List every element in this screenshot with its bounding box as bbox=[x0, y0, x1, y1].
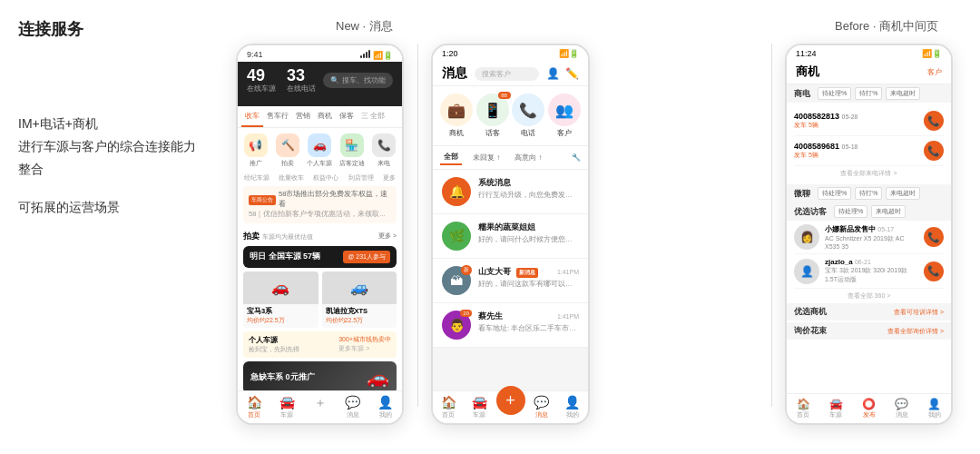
price-table-link[interactable]: 查看全部询价详情 > bbox=[887, 327, 944, 336]
auction-banner-title: 明日 全国车源 57辆 bbox=[250, 251, 320, 262]
promo-banner[interactable]: 急缺车系 0元推广 🚗 bbox=[243, 361, 397, 394]
shangji-icon: 💼 bbox=[440, 94, 473, 126]
vip2-call-btn[interactable]: 📞 bbox=[924, 262, 944, 281]
stat-online-num: 49 bbox=[247, 67, 276, 84]
veggie-content: 糯果的蔬菜姐姐 好的，请问什么时候方便您这看车呢？ bbox=[478, 222, 579, 244]
phone-item-1[interactable]: 4008582813 05-28 发车 5辆 📞 bbox=[794, 106, 944, 136]
vip-item-2[interactable]: 👤 zjazlo_a 06-21 宝车 3款 2019款 320i 2019款 … bbox=[794, 254, 944, 289]
phone3-time: 11:24 bbox=[796, 49, 817, 58]
mountain-badge: 新 bbox=[461, 265, 472, 275]
call-btn-2[interactable]: 📞 bbox=[924, 141, 944, 161]
divider-2 bbox=[771, 44, 772, 407]
mqa-shangji[interactable]: 💼 商机 bbox=[440, 94, 473, 138]
tab-call[interactable]: 待打% bbox=[855, 87, 882, 100]
filter-icon[interactable]: 🔧 bbox=[572, 153, 581, 162]
phone3: 11:24 📶🔋 商机 客户 商电 待处理% 待打% 来电超时 40085828… bbox=[785, 44, 953, 425]
cai-content: 蔡先生 1:41PM 看车地址: 丰台区乐二手车市场A区4楼02... bbox=[478, 311, 579, 333]
vip-biz-link[interactable]: 查看可培训详情 > bbox=[894, 308, 944, 317]
desc-line1: IM+电话+商机 bbox=[18, 113, 200, 135]
msg-list: 🔔 系统消息 行行互动升级，向您免费发车源啦… 🌿 糯果的蔬菜姐姐 好的，请问什… bbox=[433, 170, 588, 348]
phone3-header-link[interactable]: 客户 bbox=[927, 67, 942, 77]
message3-icon: 💬 bbox=[895, 398, 908, 410]
system-avatar: 🔔 bbox=[442, 177, 471, 206]
msg-item-veggie[interactable]: 🌿 糯果的蔬菜姐姐 好的，请问什么时候方便您这看车呢？ bbox=[433, 214, 588, 259]
mft-highintent[interactable]: 高意向 ↑ bbox=[511, 151, 545, 164]
phone3-bottom-tabs: 🏠 首页 🚘 车源 ⭕ 发布 💬 消息 👤 我的 bbox=[787, 393, 951, 423]
car-card-bmw[interactable]: 🚗 宝马3系 均价约22.5万 bbox=[243, 271, 318, 328]
mqa-huake[interactable]: 📱 88 话客 bbox=[476, 94, 509, 138]
message-icon: 💬 bbox=[345, 395, 360, 410]
p3btab-profile[interactable]: 👤 我的 bbox=[918, 398, 951, 419]
nav-tab-shouju[interactable]: 收车 bbox=[241, 106, 263, 127]
icon-tuiguang[interactable]: 📢 推广 bbox=[241, 133, 270, 168]
profile-icon: 👤 bbox=[377, 395, 393, 410]
phone-item-2[interactable]: 4008589681 05-18 发车 5辆 📞 bbox=[794, 136, 944, 166]
icon-pamai[interactable]: 🔨 拍卖 bbox=[273, 133, 301, 168]
wechat-tab-pending[interactable]: 待处理% bbox=[818, 187, 851, 200]
msg-item-cai[interactable]: 👨 20 蔡先生 1:41PM 看车地址: 丰台区乐二手车市场A区4楼02... bbox=[433, 303, 588, 348]
p3btab-message[interactable]: 💬 消息 bbox=[886, 398, 918, 419]
mqa-dianhua[interactable]: 📞 电话 bbox=[512, 94, 544, 138]
description-block: IM+电话+商机 进行车源与客户的综合连接能力整合 bbox=[18, 113, 200, 182]
tab-timeout[interactable]: 来电超时 bbox=[886, 87, 920, 100]
icon-grchuanyuan[interactable]: 🚗 个人车源 bbox=[306, 133, 334, 168]
auction-banner[interactable]: 明日 全国车源 57辆 @ 231人参与 bbox=[243, 246, 397, 268]
cars-icon: 🚘 bbox=[279, 395, 295, 410]
mbtab-profile[interactable]: 👤 我的 bbox=[557, 395, 588, 419]
nav-tab-yingxiao[interactable]: 营销 bbox=[292, 106, 314, 127]
icon-dianke[interactable]: 🏪 店客定迪 bbox=[338, 133, 366, 168]
btab-profile[interactable]: 👤 我的 bbox=[369, 395, 402, 419]
vip-item-1[interactable]: 👩 小娜新品发售中 05-17 AC Schnitzer X5 2019款 AC… bbox=[794, 221, 944, 254]
btab-add[interactable]: ＋ bbox=[303, 395, 336, 419]
mft-unreplied[interactable]: 未回复 ↑ bbox=[469, 151, 504, 164]
btab-cars[interactable]: 🚘 车源 bbox=[270, 395, 303, 419]
mbtab-message[interactable]: 💬 消息 bbox=[526, 395, 557, 419]
p3btab-cars[interactable]: 🚘 车源 bbox=[819, 398, 852, 419]
add-icon: ＋ bbox=[314, 395, 327, 411]
wechat-tab-timeout[interactable]: 来电超时 bbox=[886, 187, 920, 200]
phone3-signal: 📶🔋 bbox=[922, 49, 942, 58]
msg-search[interactable]: 搜索客户 bbox=[475, 67, 539, 81]
msg-item-mountain[interactable]: 🏔 新 山支大哥 新消息 1:41PM 好的，请问这款车有哪可以查到？ bbox=[433, 259, 588, 303]
shop-icon: 🏪 bbox=[345, 139, 358, 152]
mountain-content: 山支大哥 新消息 1:41PM 好的，请问这款车有哪可以查到？ bbox=[478, 266, 579, 289]
mountain-avatar: 🏔 新 bbox=[442, 266, 471, 295]
mbtab-cars[interactable]: 🚘 车源 bbox=[464, 395, 495, 419]
car-card-cadillac[interactable]: 🚙 凯迪拉克XTS 均价约22.5万 bbox=[322, 271, 397, 328]
nav-tab-all[interactable]: 三 全部 bbox=[358, 106, 388, 127]
tab-pending[interactable]: 待处理% bbox=[818, 87, 851, 100]
wechat-tab-call[interactable]: 待打% bbox=[855, 187, 882, 200]
nav-tab-shangji[interactable]: 商机 bbox=[314, 106, 336, 127]
phone1-search[interactable]: 🔍 搜车、找功能 bbox=[323, 73, 393, 88]
p3btab-publish[interactable]: ⭕ 发布 bbox=[852, 398, 885, 419]
vip-tab-2[interactable]: 来电超时 bbox=[871, 205, 906, 218]
msg-item-system[interactable]: 🔔 系统消息 行行互动升级，向您免费发车源啦… bbox=[433, 170, 588, 214]
vip-tab-1[interactable]: 待处理% bbox=[834, 205, 867, 218]
see-all-calls[interactable]: 查看全部来电详情 > bbox=[794, 166, 944, 181]
left-section: 连接服务 IM+电话+商机 进行车源与客户的综合连接能力整合 可拓展的运营场景 bbox=[18, 18, 200, 216]
mbtab-add[interactable]: + bbox=[495, 395, 525, 419]
stat-calls-num: 33 bbox=[287, 67, 316, 84]
personal-car-section[interactable]: 个人车源 捡到宝，先到先得 300+城市线热卖中更多车源 > bbox=[243, 331, 397, 358]
vip1-call-btn[interactable]: 📞 bbox=[924, 227, 944, 247]
mft-all[interactable]: 全部 bbox=[440, 150, 462, 165]
mbtab-home[interactable]: 🏠 首页 bbox=[433, 395, 464, 419]
home2-icon: 🏠 bbox=[441, 395, 456, 410]
mqa-customer[interactable]: 👥 客户 bbox=[548, 94, 581, 138]
icon-laidan[interactable]: 📞 来电 bbox=[370, 133, 398, 168]
btab-home[interactable]: 🏠 首页 bbox=[238, 395, 270, 419]
announcement-banner[interactable]: 车商公告 58市场推出部分免费发车权益，速看 58｜优信拍新客户专项优惠活动，来… bbox=[243, 186, 397, 223]
phone2-signal: 📶🔋 bbox=[559, 49, 579, 58]
wechat-label: 微聊 bbox=[794, 188, 810, 200]
search-placeholder: 搜车、找功能 bbox=[342, 75, 386, 85]
publish-icon: ⭕ bbox=[862, 398, 876, 410]
more-link[interactable]: 更多 > bbox=[378, 232, 397, 241]
btab-message[interactable]: 💬 消息 bbox=[337, 395, 369, 419]
message2-icon: 💬 bbox=[534, 395, 549, 410]
car-icon: 🚗 bbox=[313, 139, 327, 152]
p3btab-home[interactable]: 🏠 首页 bbox=[787, 398, 819, 419]
vip1-avatar: 👩 bbox=[794, 224, 819, 250]
call-btn-1[interactable]: 📞 bbox=[924, 111, 944, 131]
nav-tab-shouxing[interactable]: 售车行 bbox=[263, 106, 292, 127]
nav-tab-baoke[interactable]: 保客 bbox=[336, 106, 358, 127]
